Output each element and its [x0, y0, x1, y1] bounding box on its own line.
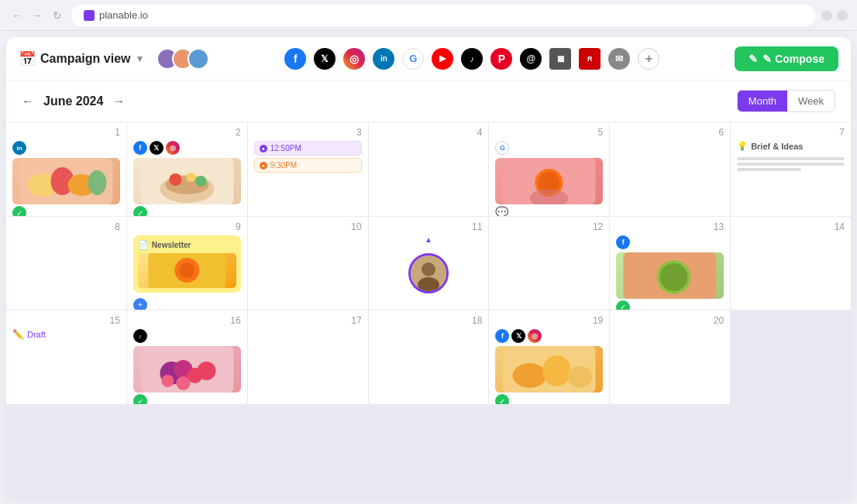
chevron-down-icon: ▼: [135, 53, 144, 64]
time-label-2: 9:30PM: [270, 161, 297, 170]
bulb-icon: 💡: [737, 141, 748, 151]
day-number-9: 9: [133, 221, 241, 232]
forward-button[interactable]: →: [29, 8, 45, 23]
bowl-image[interactable]: [133, 158, 241, 204]
day-7-content: 💡 Brief & Ideas: [737, 141, 845, 171]
day-9-content: 📄 Newsletter +: [133, 235, 241, 310]
cal-day-7: 7 💡 Brief & Ideas: [731, 122, 851, 216]
square-icon[interactable]: ▦: [549, 48, 571, 70]
user-avatars: [157, 48, 209, 70]
cal-day-8: 8: [6, 217, 126, 310]
campaign-view-button[interactable]: 📅 Campaign view ▼: [19, 50, 144, 67]
day-number-10: 10: [254, 221, 362, 232]
compose-button[interactable]: ✎ ✎ Compose: [735, 46, 838, 71]
instagram-icon[interactable]: ◎: [343, 48, 365, 70]
mangoes-image[interactable]: [495, 346, 603, 393]
cal-day-17: 17: [248, 310, 368, 404]
scheduled-time-2[interactable]: ● 9:30PM: [254, 158, 362, 173]
reddit-icon[interactable]: R: [579, 48, 601, 70]
berries-image[interactable]: [133, 346, 241, 393]
comment-icon-5[interactable]: 💬: [495, 206, 603, 216]
url-text: planable.io: [99, 9, 148, 21]
day-number-6: 6: [616, 127, 724, 138]
svg-point-24: [660, 263, 688, 291]
day-19-content: f 𝕏 ◎ ✓: [495, 329, 603, 404]
prev-month-button[interactable]: ←: [22, 94, 34, 108]
ig-icon-19: ◎: [528, 329, 542, 343]
svg-point-11: [195, 176, 206, 187]
newsletter-image: [138, 253, 236, 288]
approved-badge-19: ✓: [495, 394, 509, 404]
svg-point-5: [88, 170, 106, 195]
approved-badge-16: ✓: [133, 394, 147, 404]
fb-icon-19: f: [495, 329, 509, 343]
browser-dot-1: [821, 10, 832, 21]
brief-line-3: [737, 168, 801, 171]
brief-lines: [737, 157, 845, 171]
campaign-icon: 📅: [19, 50, 36, 67]
x-twitter-icon[interactable]: 𝕏: [314, 48, 336, 70]
google-icon[interactable]: G: [402, 48, 424, 70]
tiktok-icon[interactable]: ♪: [461, 48, 483, 70]
day-number-1: 1: [12, 127, 120, 138]
calendar-grid: 1 in ✓: [6, 122, 851, 498]
newsletter-title: 📄 Newsletter: [138, 240, 236, 250]
linkedin-post-icon: in: [12, 141, 26, 155]
linkedin-icon[interactable]: in: [373, 48, 394, 70]
cal-day-11: 11 ▲: [369, 217, 489, 310]
cal-day-18: 18: [369, 310, 489, 404]
day-15-content: ✏️ Draft: [12, 329, 120, 343]
orange-hand-image[interactable]: [495, 158, 603, 204]
campaign-view-label: Campaign view: [40, 52, 130, 66]
day-number-11: 11: [375, 221, 483, 232]
svg-rect-0: [85, 12, 93, 19]
day19-social-icons: f 𝕏 ◎: [495, 329, 603, 343]
youtube-icon[interactable]: ▶: [432, 48, 453, 70]
day-13-content: f ✓: [616, 235, 724, 310]
day-number-8: 8: [12, 221, 120, 232]
back-button[interactable]: ←: [9, 8, 25, 23]
next-month-button[interactable]: →: [112, 94, 125, 108]
month-navigation: ← June 2024 →: [22, 94, 125, 108]
browser-dot-2: [837, 10, 848, 21]
cal-day-10: 10: [248, 217, 368, 310]
pinterest-icon[interactable]: P: [490, 48, 512, 70]
refresh-button[interactable]: ↻: [50, 8, 65, 23]
svg-point-35: [568, 366, 593, 388]
calendar-wrapper: ← June 2024 → Month Week 1 in: [6, 81, 851, 498]
linkedin-icon-card: in: [12, 141, 120, 155]
calendar-header: ← June 2024 → Month Week: [6, 81, 851, 122]
time-label-1: 12:50PM: [270, 144, 301, 153]
cal-day-5: 5 G 💬: [489, 122, 609, 216]
green-fruit-image[interactable]: [616, 252, 724, 299]
day-number-19: 19: [495, 315, 603, 326]
mail-icon[interactable]: ✉: [608, 48, 630, 70]
user-avatar-ring[interactable]: [408, 253, 449, 293]
month-view-button[interactable]: Month: [738, 91, 787, 111]
day16-social-icons: ♪: [133, 329, 241, 343]
x-icon-2: 𝕏: [150, 141, 163, 155]
cal-day-14: 14: [731, 217, 851, 310]
add-platform-icon[interactable]: +: [638, 48, 659, 70]
facebook-icon[interactable]: f: [284, 48, 306, 70]
week-view-button[interactable]: Week: [787, 91, 835, 111]
topbar: 📅 Campaign view ▼ f 𝕏 ◎ in G ▶ ♪ P @ ▦ R…: [6, 37, 851, 81]
browser-nav: ← → ↻: [9, 8, 65, 23]
avatar-3: [188, 48, 209, 70]
scheduled-time-1[interactable]: ● 12:50PM: [254, 141, 362, 156]
day-number-13: 13: [616, 221, 724, 232]
day-number-17: 17: [254, 315, 362, 326]
approved-badge-13: ✓: [616, 300, 630, 310]
threads-icon[interactable]: @: [520, 48, 542, 70]
address-bar[interactable]: planable.io: [71, 5, 815, 26]
svg-point-29: [197, 362, 215, 380]
cal-day-12: 12: [489, 217, 609, 310]
draft-icon-15: ✏️: [12, 329, 24, 340]
time-dot-purple: ●: [260, 145, 267, 153]
newsletter-card[interactable]: 📄 Newsletter: [133, 235, 241, 293]
day-number-16: 16: [133, 315, 241, 326]
day-number-7: 7: [737, 127, 845, 138]
cal-day-19: 19 f 𝕏 ◎: [489, 310, 609, 404]
fruits-image[interactable]: [12, 158, 120, 204]
day-2-content: f 𝕏 ◎ ✓: [133, 141, 241, 216]
